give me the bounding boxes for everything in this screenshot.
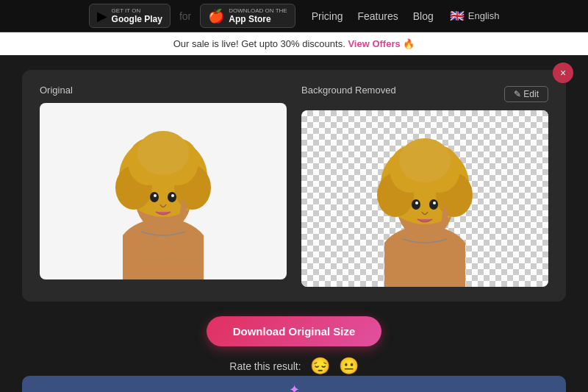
bg-removed-panel: Background Removed ✎ Edit <box>301 85 548 287</box>
language-selector[interactable]: 🇬🇧 English <box>450 9 500 23</box>
original-image-container <box>40 103 287 279</box>
google-play-icon: ▶ <box>97 8 107 24</box>
svg-point-12 <box>171 194 174 197</box>
neutral-rating-button[interactable]: 😐 <box>339 357 359 376</box>
svg-point-10 <box>168 192 176 202</box>
svg-point-23 <box>415 202 418 204</box>
main-content-panel: × Original <box>22 70 566 302</box>
promo-banner: Our sale is live! Get upto 30% discounts… <box>0 32 588 55</box>
svg-point-9 <box>150 192 159 202</box>
google-play-badge[interactable]: ▶ GET IT ON Google Play <box>89 4 171 28</box>
top-nav: ▶ GET IT ON Google Play for 🍎 Download o… <box>0 0 588 32</box>
bottom-section: Download Original Size Rate this result:… <box>0 316 588 376</box>
google-play-name: Google Play <box>112 14 162 24</box>
bg-removed-label: Background Removed <box>301 85 396 96</box>
bg-removed-image <box>301 110 548 287</box>
original-panel: Original <box>40 85 287 279</box>
pricing-link[interactable]: Pricing <box>312 10 343 22</box>
svg-point-22 <box>429 199 438 210</box>
original-image <box>40 103 287 279</box>
app-store-name: App Store <box>229 14 287 24</box>
google-play-get-it: GET IT ON <box>112 7 162 14</box>
svg-point-20 <box>399 138 451 182</box>
nav-divider: for <box>179 10 191 22</box>
bg-removed-header: Background Removed ✎ Edit <box>301 85 548 103</box>
apple-icon: 🍎 <box>208 8 224 24</box>
edit-button[interactable]: ✎ Edit <box>504 86 548 102</box>
fire-emoji: 🔥 <box>403 38 415 49</box>
banner-text: Our sale is live! Get upto 30% discounts… <box>173 38 345 49</box>
bottom-bar: ✦ <box>22 376 566 392</box>
blog-link[interactable]: Blog <box>413 10 434 22</box>
app-store-download-on: Download on the <box>229 7 287 14</box>
rating-row: Rate this result: 😔 😐 <box>229 357 358 376</box>
close-button[interactable]: × <box>553 63 573 83</box>
svg-point-8 <box>137 131 189 175</box>
nav-links: Pricing Features Blog <box>312 10 434 22</box>
view-offers-link[interactable]: View Offers <box>348 38 400 49</box>
svg-point-11 <box>154 194 157 197</box>
language-label: English <box>468 10 500 21</box>
flag-icon: 🇬🇧 <box>450 9 465 23</box>
rating-label: Rate this result: <box>229 360 301 372</box>
features-link[interactable]: Features <box>358 10 398 22</box>
bg-removed-image-container <box>301 110 548 287</box>
app-store-badge[interactable]: 🍎 Download on the App Store <box>200 4 295 28</box>
sparkle-icon: ✦ <box>289 382 300 392</box>
download-button[interactable]: Download Original Size <box>207 316 382 346</box>
original-label: Original <box>40 85 287 96</box>
svg-point-21 <box>412 199 420 210</box>
images-row: Original <box>40 85 548 287</box>
svg-point-24 <box>433 202 436 204</box>
sad-rating-button[interactable]: 😔 <box>310 357 330 376</box>
